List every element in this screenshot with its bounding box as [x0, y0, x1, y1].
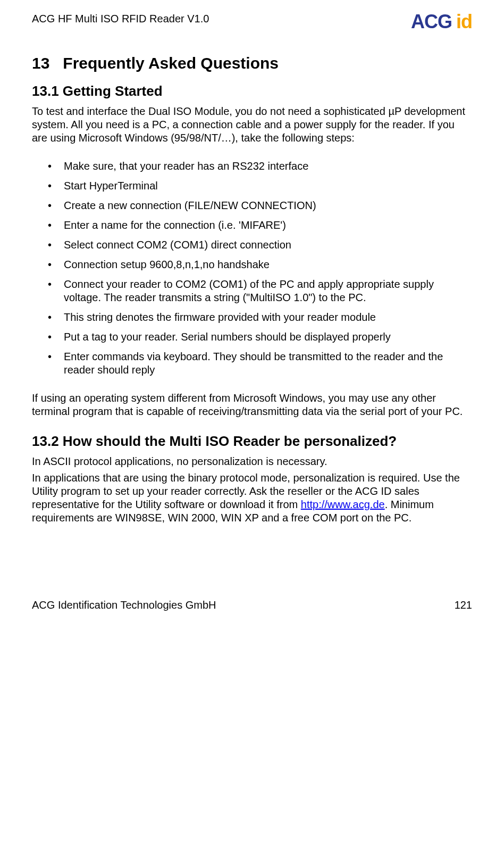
acg-website-link[interactable]: http://www.acg.de [301, 499, 385, 510]
list-item: Connection setup 9600,8,n,1,no handshake [32, 258, 472, 271]
list-item: Make sure, that your reader has an RS232… [32, 160, 472, 173]
document-title: ACG HF Multi ISO RFID Reader V1.0 [32, 11, 209, 25]
section-title: Frequently Asked Questions [63, 54, 279, 72]
section-heading: 13 Frequently Asked Questions [32, 54, 472, 72]
list-item: Start HyperTerminal [32, 179, 472, 193]
steps-list: Make sure, that your reader has an RS232… [32, 160, 472, 377]
list-item: This string denotes the firmware provide… [32, 311, 472, 324]
list-item: Put a tag to your reader. Serial numbers… [32, 330, 472, 344]
document-page: ACG HF Multi ISO RFID Reader V1.0 ACG id… [0, 0, 504, 633]
footer-company: ACG Identification Technologies GmbH [32, 599, 216, 611]
intro-paragraph: To test and interface the Dual ISO Modul… [32, 105, 472, 145]
logo-text-id: id [456, 11, 472, 33]
personalization-p2: In applications that are using the binar… [32, 471, 472, 525]
section-number: 13 [32, 54, 58, 72]
footer-page-number: 121 [455, 599, 472, 611]
list-item: Create a new connection (FILE/NEW CONNEC… [32, 199, 472, 212]
page-footer: ACG Identification Technologies GmbH 121 [32, 599, 472, 611]
acg-id-logo: ACG id [411, 11, 472, 33]
logo-text-acg: ACG [411, 11, 452, 33]
list-item: Enter commands via keyboard. They should… [32, 350, 472, 377]
subsection-heading-getting-started: 13.1 Getting Started [32, 83, 472, 99]
list-item: Connect your reader to COM2 (COM1) of th… [32, 278, 472, 304]
subsection-heading-personalization: 13.2 How should the Multi ISO Reader be … [32, 433, 472, 450]
personalization-p1: In ASCII protocol applications, no perso… [32, 455, 472, 468]
page-header: ACG HF Multi ISO RFID Reader V1.0 ACG id [32, 11, 472, 33]
list-item: Enter a name for the connection (i.e. 'M… [32, 219, 472, 232]
list-item: Select connect COM2 (COM1) direct connec… [32, 238, 472, 252]
outro-paragraph: If using an operating system different f… [32, 392, 472, 418]
